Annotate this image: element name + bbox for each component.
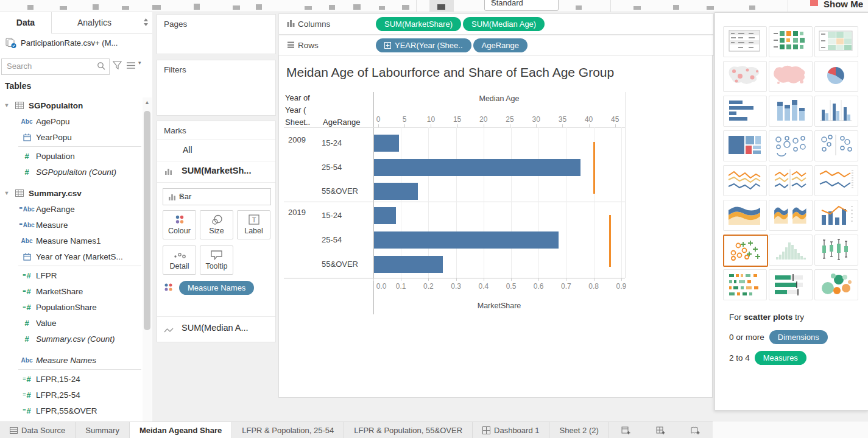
- showme-thumb-circle-views[interactable]: [769, 130, 813, 161]
- field-measure[interactable]: =AbcMeasure: [0, 217, 141, 233]
- show-me-toggle[interactable]: Show Me: [810, 0, 863, 9]
- showme-thumb-side-by-side-bars[interactable]: [814, 96, 858, 127]
- view-options-icon[interactable]: [126, 61, 136, 70]
- scrollbar[interactable]: ▲ ▼: [143, 97, 152, 431]
- agerange-header[interactable]: 15-24: [322, 138, 342, 147]
- detail-button[interactable]: Detail: [163, 245, 196, 275]
- chevron-down-icon[interactable]: ▼: [2, 102, 11, 108]
- bar-mark[interactable]: [374, 231, 559, 249]
- collapse-pane-icon[interactable]: [143, 18, 149, 28]
- pill-sum-marketshare[interactable]: SUM(MarketShare): [376, 17, 461, 31]
- showme-thumb-pie-chart[interactable]: [814, 61, 858, 92]
- showme-thumb-filled-map[interactable]: [769, 61, 813, 92]
- expand-icon[interactable]: [384, 42, 391, 49]
- bar-mark[interactable]: [374, 159, 580, 176]
- row-field-header[interactable]: Year of: [285, 93, 310, 102]
- scrollbar-thumb[interactable]: [144, 111, 150, 330]
- marks-measure2-row[interactable]: SUM(Median A...: [157, 316, 275, 341]
- sheet-tab-lfpr-population-55-over[interactable]: LFPR & Population, 55&OVER: [344, 422, 473, 438]
- agerange-header[interactable]: 15-24: [322, 211, 342, 220]
- sheet-tab-meidan-ageand-share[interactable]: Meidan Ageand Share: [130, 422, 232, 438]
- datasource-row[interactable]: ParticipationRate.csv+ (M...: [0, 34, 152, 52]
- fit-button[interactable]: [429, 0, 454, 12]
- agerange-header[interactable]: 55&OVER: [322, 186, 358, 196]
- year-header[interactable]: 2009: [288, 135, 306, 144]
- field-lfpr-15-24[interactable]: =#LFPR,15-24: [0, 371, 141, 387]
- showme-thumb-dual-combination[interactable]: [814, 200, 858, 231]
- showme-thumb-continuous-lines[interactable]: [723, 165, 767, 196]
- view-options-caret[interactable]: ▾: [138, 60, 141, 66]
- showme-thumb-bullet-graph[interactable]: [769, 269, 813, 300]
- showme-thumb-dual-lines[interactable]: [814, 165, 858, 196]
- showme-thumb-packed-bubbles[interactable]: [814, 269, 858, 300]
- showme-thumb-text-table[interactable]: [723, 26, 767, 57]
- tab-analytics[interactable]: Analytics: [52, 12, 137, 33]
- field-year-of-year-markets[interactable]: Year of Year (MarketS...: [0, 249, 141, 264]
- marks-all-row[interactable]: All: [157, 140, 275, 161]
- field-population[interactable]: #Population: [0, 148, 141, 164]
- showme-thumb-histogram[interactable]: [769, 235, 813, 266]
- agerange-header[interactable]: 25-54: [322, 163, 342, 172]
- field-value[interactable]: #Value: [0, 315, 141, 331]
- pages-shelf[interactable]: Pages: [157, 14, 276, 54]
- marks-measure1-row[interactable]: SUM(MarketSh...: [157, 160, 275, 183]
- new-dashboard-button[interactable]: [644, 422, 679, 438]
- field-sgpopulaiton[interactable]: ▼SGPopulaiton: [0, 97, 141, 113]
- tooltip-button[interactable]: Tooltip: [200, 245, 233, 275]
- mark-type-dropdown[interactable]: Bar ▾: [163, 188, 271, 205]
- sheet-tab-dashboard-1[interactable]: Dashboard 1: [473, 422, 549, 438]
- scroll-up-icon[interactable]: ▲: [144, 99, 150, 106]
- new-worksheet-button[interactable]: [609, 422, 644, 438]
- showme-thumb-side-by-side-circles[interactable]: [814, 130, 858, 161]
- agerange-header[interactable]: 55&OVER: [322, 260, 358, 269]
- field-summary-csv-count[interactable]: #Summary.csv (Count): [0, 331, 141, 347]
- showme-thumb-box-and-whisker[interactable]: [814, 235, 858, 266]
- field-measure-names1[interactable]: AbcMeasure Names1: [0, 233, 141, 249]
- sheet-tab-sheet-2-2[interactable]: Sheet 2 (2): [549, 422, 609, 438]
- year-header[interactable]: 2019: [288, 208, 306, 217]
- showme-thumb-symbol-map[interactable]: [723, 61, 767, 92]
- bar-mark[interactable]: [374, 183, 418, 200]
- median-age-mark[interactable]: [609, 215, 611, 267]
- search-input[interactable]: [5, 61, 93, 71]
- field-populationshare[interactable]: =#PopulationShare: [0, 299, 141, 315]
- field-measure-names[interactable]: AbcMeasure Names: [0, 352, 141, 368]
- sheet-tab-summary[interactable]: Summary: [76, 422, 130, 438]
- search-box[interactable]: [1, 58, 110, 75]
- size-button[interactable]: Size: [200, 210, 233, 239]
- pill-agerange[interactable]: AgeRange: [473, 38, 528, 52]
- chevron-down-icon[interactable]: ▼: [2, 190, 11, 196]
- bar-mark[interactable]: [374, 207, 396, 224]
- field-summary-csv[interactable]: ▼Summary.csv: [0, 185, 141, 201]
- showme-thumb-treemap[interactable]: [723, 130, 767, 161]
- columns-shelf[interactable]: Columns SUM(MarketShare)SUM(Median Age): [278, 13, 714, 35]
- tab-data[interactable]: Data: [0, 12, 52, 34]
- field-sgpopulaiton-count[interactable]: #SGPopulaiton (Count): [0, 164, 141, 180]
- new-story-button[interactable]: [678, 422, 713, 438]
- field-agepopu[interactable]: AbcAgePopu: [0, 113, 141, 129]
- agerange-field-header[interactable]: AgeRange: [323, 118, 360, 127]
- showme-thumb-highlight-table[interactable]: [769, 26, 813, 57]
- pill-year-year-shee[interactable]: YEAR(Year (Shee..: [376, 38, 471, 52]
- showme-thumb-horizontal-bars[interactable]: [723, 96, 767, 127]
- showme-thumb-scatter-plot[interactable]: [723, 235, 768, 267]
- bar-mark[interactable]: [374, 135, 399, 152]
- showme-thumb-heat-map[interactable]: [814, 26, 858, 57]
- sheet-tab-lfpr-popolation-25-54[interactable]: LFPR & Popolation, 25-54: [232, 422, 344, 438]
- bar-mark[interactable]: [374, 256, 443, 273]
- field-lfpr-55-over[interactable]: =#LFPR,55&OVER: [0, 403, 141, 419]
- sheet-tab-data-source[interactable]: Data Source: [0, 422, 76, 438]
- showme-thumb-discrete-lines[interactable]: [769, 165, 813, 196]
- field-marketshare[interactable]: =#MarketShare: [0, 283, 141, 299]
- field-agerange[interactable]: =AbcAgeRange: [0, 201, 141, 217]
- showme-thumb-gantt[interactable]: [723, 269, 767, 300]
- filters-shelf[interactable]: Filters: [157, 60, 276, 116]
- showme-thumb-continuous-area[interactable]: [723, 200, 767, 231]
- filter-icon[interactable]: [113, 61, 122, 70]
- field-yearpopu[interactable]: YearPopu: [0, 129, 141, 145]
- field-lfpr-25-54[interactable]: =#LFPR,25-54: [0, 387, 141, 403]
- showme-thumb-stacked-bars[interactable]: [769, 96, 813, 127]
- row-field-header[interactable]: Sheet..: [285, 118, 310, 127]
- colour-button[interactable]: Colour: [163, 210, 196, 239]
- rows-shelf[interactable]: Rows YEAR(Year (Shee..AgeRange: [278, 35, 714, 56]
